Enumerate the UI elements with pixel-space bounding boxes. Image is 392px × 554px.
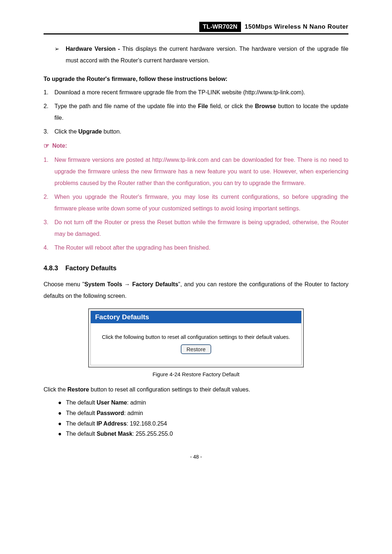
bullet-icon: ●	[58, 408, 62, 419]
note-text: New firmware versions are posted at http…	[54, 154, 348, 189]
restore-instruction: Click the Restore button to reset all co…	[44, 384, 348, 395]
note-label: Note:	[52, 143, 67, 149]
arrow-icon: →	[122, 281, 132, 287]
screenshot-inner: Factory Defaults Click the following but…	[90, 311, 302, 365]
note-text: When you upgrade the Router's firmware, …	[54, 191, 348, 214]
step-text: Click the Upgrade button.	[54, 126, 348, 138]
screenshot-text: Click the following button to reset all …	[98, 334, 294, 340]
note-number: 1.	[44, 154, 54, 189]
bullet-icon: ●	[58, 429, 62, 439]
factory-defaults-menu: Factory Defaults	[132, 281, 178, 287]
step-number: 3.	[44, 126, 54, 138]
hardware-version-bullet: ➢ Hardware Version - This displays the c…	[44, 43, 348, 66]
default-subnet-mask: ● The default Subnet Mask: 255.255.255.0	[44, 429, 348, 439]
pointing-hand-icon: ☞	[44, 142, 49, 150]
upgrade-instructions-heading: To upgrade the Router's firmware, follow…	[44, 76, 348, 82]
default-item-text: The default Subnet Mask: 255.255.255.0	[66, 429, 173, 439]
step-2: 2. Type the path and file name of the up…	[44, 100, 348, 124]
step-3: 3. Click the Upgrade button.	[44, 126, 348, 138]
note-heading: ☞ Note:	[44, 142, 348, 150]
file-field-label: File	[198, 103, 208, 109]
restore-label: Restore	[68, 386, 89, 393]
tp-link-url: http://www.tp-link.com	[245, 89, 302, 95]
note-4: 4. The Router will reboot after the upgr…	[44, 242, 348, 254]
note-2: 2. When you upgrade the Router's firmwar…	[44, 191, 348, 214]
default-password: ● The default Password: admin	[44, 408, 348, 419]
figure-caption: Figure 4-24 Restore Factory Default	[44, 371, 348, 377]
section-number: 4.8.3	[44, 264, 58, 272]
hardware-version-label: Hardware Version -	[66, 46, 120, 52]
step-number: 1.	[44, 87, 54, 98]
factory-defaults-intro: Choose menu "System Tools → Factory Defa…	[44, 279, 348, 302]
note-text: The Router will reboot after the upgradi…	[54, 242, 348, 254]
page-header: TL-WR702N 150Mbps Wireless N Nano Router	[44, 22, 348, 34]
upgrade-button-label: Upgrade	[78, 128, 102, 135]
page-number: - 48 -	[44, 454, 348, 460]
section-title: Factory Defaults	[65, 264, 117, 272]
default-ip-address: ● The default IP Address: 192.168.0.254	[44, 419, 348, 429]
note-number: 4.	[44, 242, 54, 254]
header-description: 150Mbps Wireless N Nano Router	[245, 23, 348, 30]
note-text: Do not turn off the Router or press the …	[54, 217, 348, 240]
page-content: TL-WR702N 150Mbps Wireless N Nano Router…	[0, 0, 392, 474]
system-tools-menu: System Tools	[84, 281, 122, 287]
step-number: 2.	[44, 100, 54, 124]
default-item-text: The default Password: admin	[66, 408, 143, 419]
restore-button[interactable]: Restore	[181, 344, 212, 354]
note-number: 2.	[44, 191, 54, 214]
bullet-icon: ●	[58, 398, 62, 408]
screenshot-title: Factory Defaults	[91, 311, 301, 323]
step-text: Type the path and file name of the updat…	[54, 100, 348, 124]
step-1: 1. Download a more recent firmware upgra…	[44, 87, 348, 98]
browse-button-label: Browse	[255, 103, 276, 109]
screenshot-body: Click the following button to reset all …	[91, 323, 301, 365]
header-model: TL-WR702N	[199, 22, 241, 32]
default-item-text: The default IP Address: 192.168.0.254	[66, 419, 167, 429]
hardware-version-text: Hardware Version - This displays the cur…	[66, 43, 348, 66]
note-3: 3. Do not turn off the Router or press t…	[44, 217, 348, 240]
note-number: 3.	[44, 217, 54, 240]
note-1: 1. New firmware versions are posted at h…	[44, 154, 348, 189]
bullet-icon: ●	[58, 419, 62, 429]
triangle-bullet-icon: ➢	[54, 43, 59, 66]
section-heading: 4.8.3 Factory Defaults	[44, 264, 348, 272]
default-user-name: ● The default User Name: admin	[44, 398, 348, 408]
step-text: Download a more recent firmware upgrade …	[54, 87, 348, 98]
default-item-text: The default User Name: admin	[66, 398, 146, 408]
factory-defaults-screenshot: Factory Defaults Click the following but…	[88, 308, 304, 368]
